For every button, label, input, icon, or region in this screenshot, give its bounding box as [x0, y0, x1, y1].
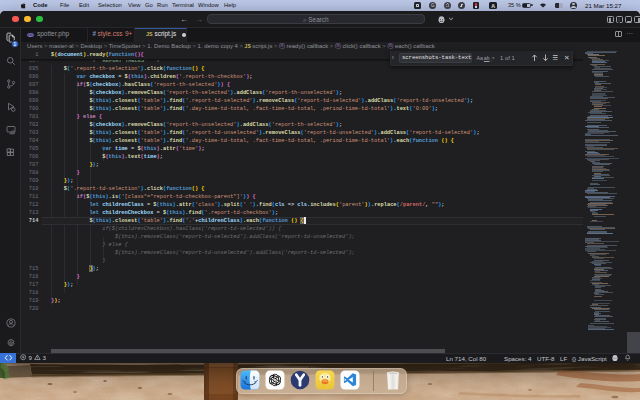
svg-text:php: php [28, 32, 33, 36]
